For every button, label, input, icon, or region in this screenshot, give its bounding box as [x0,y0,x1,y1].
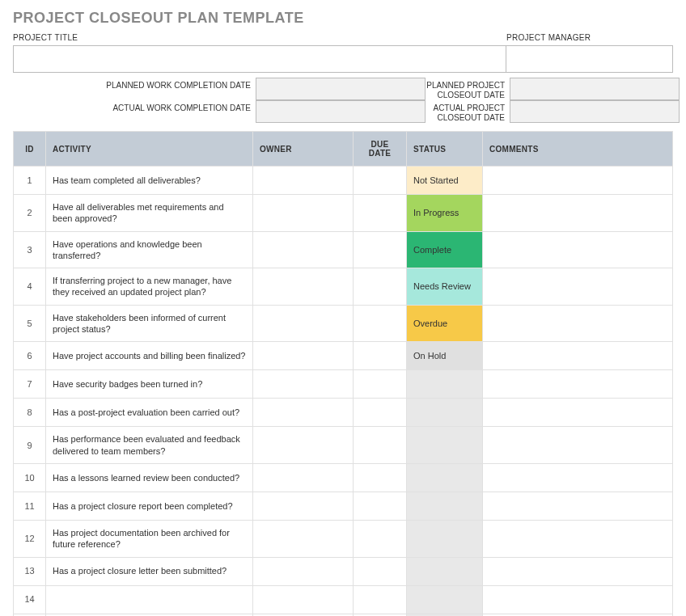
cell-status[interactable]: Overdue [407,305,483,342]
cell-status[interactable]: Complete [407,231,483,268]
cell-due-date[interactable] [354,463,407,492]
status-badge[interactable]: Complete [407,232,482,268]
due-date-input[interactable] [360,281,400,292]
cell-owner[interactable] [253,370,354,399]
cell-due-date[interactable] [354,305,407,342]
owner-input[interactable] [260,472,346,483]
cell-status[interactable] [407,463,483,492]
cell-status[interactable] [407,492,483,520]
status-badge[interactable]: Needs Review [407,268,482,305]
cell-activity[interactable]: Have security badges been turned in? [46,370,253,399]
cell-comments[interactable] [483,370,673,399]
status-badge[interactable] [407,558,482,585]
due-date-input[interactable] [360,500,400,512]
cell-comments[interactable] [483,268,673,306]
comments-input[interactable] [489,175,666,186]
cell-activity[interactable]: Has team completed all deliverables? [46,167,253,195]
cell-owner[interactable] [253,427,354,464]
cell-owner[interactable] [253,342,354,370]
cell-activity[interactable]: Has a lessons learned review been conduc… [46,463,253,492]
cell-comments[interactable] [483,557,673,585]
actual-work-date-input[interactable] [256,100,426,123]
status-badge[interactable]: In Progress [407,195,482,231]
cell-comments[interactable] [483,463,673,492]
due-date-input[interactable] [360,175,400,186]
cell-comments[interactable] [483,492,673,520]
comments-input[interactable] [489,244,666,255]
cell-comments[interactable] [483,399,673,427]
owner-input[interactable] [260,533,346,544]
due-date-input[interactable] [360,440,400,451]
cell-owner[interactable] [253,231,354,268]
cell-owner[interactable] [253,399,354,427]
cell-status[interactable]: Not Started [407,167,483,195]
due-date-input[interactable] [360,565,400,576]
cell-status[interactable] [407,520,483,557]
cell-comments[interactable] [483,342,673,370]
cell-due-date[interactable] [354,585,407,614]
cell-activity[interactable]: Has a post-project evaluation been carri… [46,399,253,427]
cell-activity[interactable] [46,585,253,614]
cell-owner[interactable] [253,268,354,306]
comments-input[interactable] [489,472,666,483]
owner-input[interactable] [260,207,346,218]
cell-comments[interactable] [483,427,673,464]
cell-comments[interactable] [483,167,673,195]
status-badge[interactable]: Overdue [407,306,482,342]
owner-input[interactable] [260,378,346,390]
status-badge[interactable] [407,399,482,426]
cell-activity[interactable]: Have all deliverables met requirements a… [46,195,253,232]
owner-input[interactable] [260,500,346,512]
cell-owner[interactable] [253,520,354,557]
cell-due-date[interactable] [354,557,407,585]
project-title-input[interactable] [13,45,506,73]
cell-owner[interactable] [253,195,354,232]
due-date-input[interactable] [360,378,400,390]
cell-due-date[interactable] [354,231,407,268]
due-date-input[interactable] [360,593,400,605]
cell-due-date[interactable] [354,427,407,464]
comments-input[interactable] [489,533,666,544]
cell-status[interactable]: In Progress [407,195,483,232]
cell-comments[interactable] [483,231,673,268]
comments-input[interactable] [489,318,666,329]
due-date-input[interactable] [360,472,400,483]
cell-activity[interactable]: If transferring project to a new manager… [46,268,253,306]
cell-due-date[interactable] [354,370,407,399]
comments-input[interactable] [489,207,666,218]
cell-comments[interactable] [483,585,673,614]
cell-status[interactable] [407,557,483,585]
due-date-input[interactable] [360,318,400,329]
actual-closeout-date-input[interactable] [510,100,680,123]
cell-due-date[interactable] [354,195,407,232]
owner-input[interactable] [260,565,346,576]
status-badge[interactable] [407,492,482,520]
cell-owner[interactable] [253,167,354,195]
cell-status[interactable] [407,399,483,427]
project-manager-input[interactable] [506,45,673,73]
owner-input[interactable] [260,440,346,451]
comments-input[interactable] [489,440,666,451]
cell-activity[interactable]: Has a project closure letter been submit… [46,557,253,585]
status-badge[interactable] [407,427,482,463]
due-date-input[interactable] [360,350,400,361]
cell-due-date[interactable] [354,342,407,370]
cell-due-date[interactable] [354,492,407,520]
comments-input[interactable] [489,500,666,512]
owner-input[interactable] [260,175,346,186]
cell-activity[interactable]: Have stakeholders been informed of curre… [46,305,253,342]
owner-input[interactable] [260,318,346,329]
planned-closeout-date-input[interactable] [510,78,680,100]
comments-input[interactable] [489,281,666,292]
status-badge[interactable] [407,521,482,557]
comments-input[interactable] [489,593,666,605]
cell-status[interactable]: Needs Review [407,268,483,306]
cell-owner[interactable] [253,557,354,585]
status-badge[interactable] [407,464,482,492]
comments-input[interactable] [489,378,666,390]
cell-comments[interactable] [483,520,673,557]
cell-status[interactable]: On Hold [407,342,483,370]
owner-input[interactable] [260,281,346,292]
cell-activity[interactable]: Have project accounts and billing been f… [46,342,253,370]
status-badge[interactable]: On Hold [407,342,482,369]
